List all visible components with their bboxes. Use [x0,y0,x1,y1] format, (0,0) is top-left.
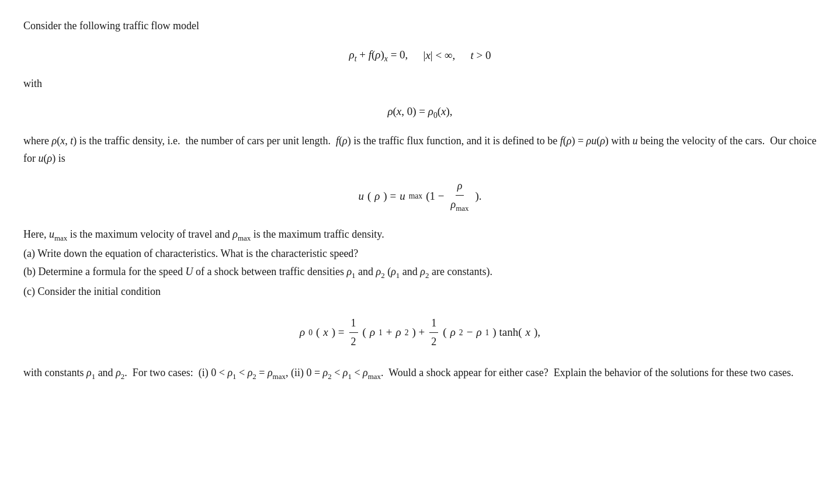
eq3-numerator: ρ [456,178,464,196]
eq2-content: ρ(x, 0) = ρ0(x), [387,105,452,117]
eq4-frac1-den: 2 [349,333,358,350]
eq4-frac2: 1 2 [429,315,438,350]
eq4-frac1: 1 2 [349,315,358,350]
eq3-fraction: ρ ρmax [449,178,471,214]
eq1-term1: ρt + f(ρ)x = 0, [349,46,408,65]
equation-1: ρt + f(ρ)x = 0, |x| < ∞, t > 0 [23,46,817,65]
intro-text: Consider the following traffic flow mode… [23,18,817,34]
eq1-content: ρt + f(ρ)x = 0, |x| < ∞, t > 0 [23,46,817,65]
eq3-denominator: ρmax [449,196,471,214]
paragraph-1: where ρ(x, t) is the traffic density, i.… [23,133,817,167]
equation-3: u(ρ) = umax(1 − ρ ρmax ). [23,178,817,214]
question-c-label: (c) Consider the initial condition [23,283,817,301]
eq4-content: ρ0(x) = 1 2 (ρ1 + ρ2) + 1 2 (ρ2 − ρ1) ta… [23,315,817,350]
eq1-sep2 [459,47,467,64]
equation-2: ρ(x, 0) = ρ0(x), [23,103,817,122]
questions-block: Here, umax is the maximum velocity of tr… [23,225,817,301]
here-sentence: Here, umax is the maximum velocity of tr… [23,225,817,245]
eq3-content: u(ρ) = umax(1 − ρ ρmax ). [23,178,817,214]
question-a: (a) Write down the equation of character… [23,245,817,263]
main-content: Consider the following traffic flow mode… [23,18,817,383]
eq4-frac2-den: 2 [429,333,438,350]
question-b: (b) Determine a formula for the speed U … [23,263,817,282]
equation-4: ρ0(x) = 1 2 (ρ1 + ρ2) + 1 2 (ρ2 − ρ1) ta… [23,315,817,350]
final-paragraph: with constants ρ1 and ρ2. For two cases:… [23,364,817,383]
eq4-frac2-num: 1 [429,315,438,333]
eq1-term2: |x| < ∞, [424,47,456,64]
eq1-term3: t > 0 [470,47,491,64]
with-label: with [23,75,817,92]
eq4-frac1-num: 1 [349,315,358,333]
eq1-sep1 [411,47,419,64]
